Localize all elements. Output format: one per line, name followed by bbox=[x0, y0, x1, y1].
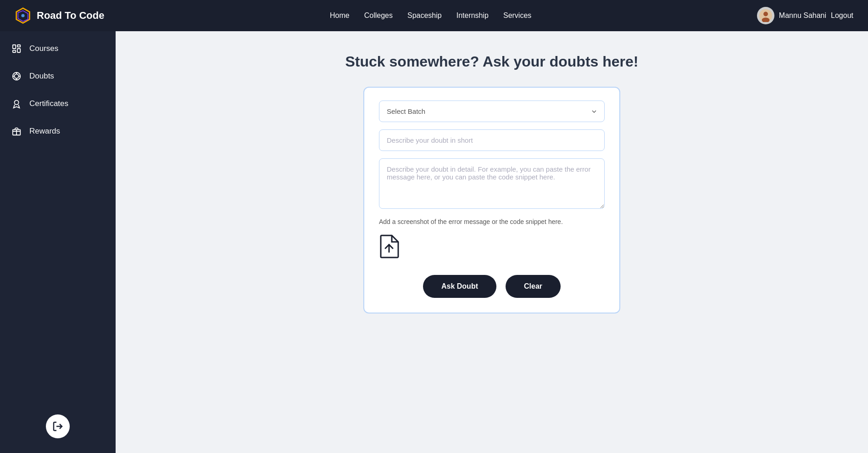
logout-button[interactable]: Logout bbox=[831, 11, 853, 20]
svg-point-4 bbox=[763, 12, 768, 17]
upload-label: Add a screenshot of the error message or… bbox=[379, 218, 605, 225]
main-content: Stuck somewhere? Ask your doubts here! S… bbox=[116, 31, 868, 453]
certificates-icon bbox=[11, 98, 22, 109]
short-doubt-group bbox=[379, 129, 605, 151]
nav-internship[interactable]: Internship bbox=[456, 11, 489, 20]
nav-services[interactable]: Services bbox=[503, 11, 531, 20]
detail-doubt-group bbox=[379, 158, 605, 211]
brand-name: Road To Code bbox=[37, 10, 104, 22]
sidebar-courses-label: Courses bbox=[29, 44, 58, 53]
layout: Courses Doubts bbox=[0, 31, 868, 453]
detail-doubt-textarea[interactable] bbox=[379, 158, 605, 209]
ask-doubt-button[interactable]: Ask Doubt bbox=[423, 275, 496, 298]
doubt-form-card: Select Batch Add a screenshot of the err… bbox=[363, 87, 620, 313]
batch-select[interactable]: Select Batch bbox=[379, 101, 605, 122]
form-actions: Ask Doubt Clear bbox=[379, 275, 605, 298]
upload-button[interactable] bbox=[379, 231, 605, 266]
upload-group: Add a screenshot of the error message or… bbox=[379, 218, 605, 266]
nav-spaceship[interactable]: Spaceship bbox=[407, 11, 442, 20]
navbar: Road To Code Home Colleges Spaceship Int… bbox=[0, 0, 868, 31]
sidebar-item-courses[interactable]: Courses bbox=[0, 35, 116, 62]
svg-rect-8 bbox=[17, 49, 20, 52]
sidebar-item-doubts[interactable]: Doubts bbox=[0, 62, 116, 90]
nav-home[interactable]: Home bbox=[330, 11, 350, 20]
nav-colleges[interactable]: Colleges bbox=[364, 11, 393, 20]
sidebar-logout-button[interactable] bbox=[46, 414, 70, 438]
batch-select-group: Select Batch bbox=[379, 101, 605, 122]
svg-point-2 bbox=[21, 14, 24, 17]
svg-rect-6 bbox=[13, 45, 16, 49]
brand-icon bbox=[15, 7, 31, 24]
doubts-icon bbox=[11, 71, 22, 82]
file-upload-icon bbox=[379, 235, 399, 258]
rewards-icon bbox=[11, 126, 22, 137]
user-name: Mannu Sahani bbox=[779, 11, 826, 20]
svg-point-16 bbox=[14, 101, 18, 105]
courses-icon bbox=[11, 43, 22, 54]
clear-button[interactable]: Clear bbox=[506, 275, 561, 298]
svg-rect-9 bbox=[13, 50, 16, 53]
svg-rect-7 bbox=[17, 45, 20, 47]
sidebar-certificates-label: Certificates bbox=[29, 99, 68, 108]
brand[interactable]: Road To Code bbox=[15, 7, 104, 24]
navbar-user: Mannu Sahani Logout bbox=[757, 7, 853, 24]
sidebar-item-certificates[interactable]: Certificates bbox=[0, 90, 116, 117]
svg-point-11 bbox=[14, 74, 18, 78]
avatar bbox=[757, 7, 774, 24]
short-doubt-input[interactable] bbox=[379, 129, 605, 151]
logout-icon bbox=[52, 421, 63, 432]
sidebar-item-rewards[interactable]: Rewards bbox=[0, 117, 116, 145]
sidebar-rewards-label: Rewards bbox=[29, 127, 60, 136]
page-title: Stuck somewhere? Ask your doubts here! bbox=[152, 53, 831, 70]
navbar-links: Home Colleges Spaceship Internship Servi… bbox=[330, 11, 531, 20]
sidebar: Courses Doubts bbox=[0, 31, 116, 453]
sidebar-doubts-label: Doubts bbox=[29, 72, 54, 81]
